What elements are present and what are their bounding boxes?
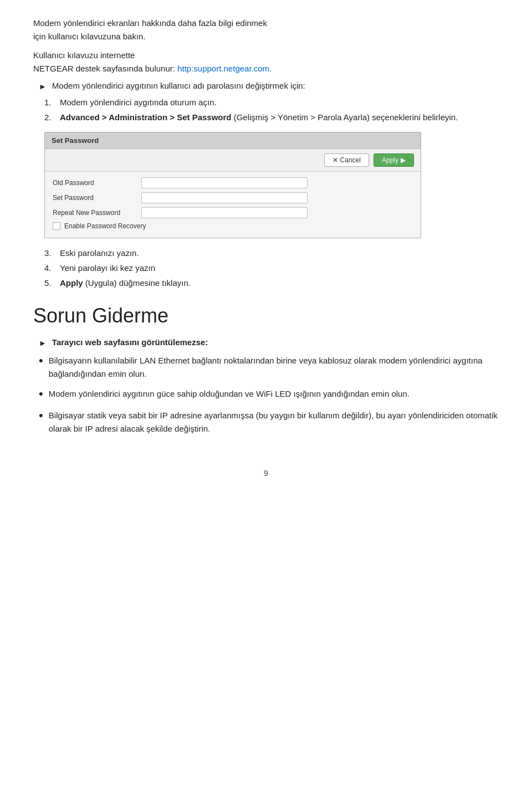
change-password-label: Modem yönlendirici aygıtının kullanıcı a… <box>52 81 305 90</box>
bullet-item-3: • Bilgisayar statik veya sabit bir IP ad… <box>39 409 499 436</box>
cancel-label: Cancel <box>340 156 361 164</box>
step-2-content: Advanced > Administration > Set Password… <box>60 112 458 122</box>
bullet-text-1: Bilgisayarın kullanılabilir LAN Ethernet… <box>49 354 499 381</box>
cancel-x-icon: ✕ <box>332 156 338 164</box>
intro-line2: için kullanıcı kılavuzuna bakın. <box>33 32 146 41</box>
troubleshoot-bullet-list: • Bilgisayarın kullanılabilir LAN Ethern… <box>39 354 499 436</box>
old-password-label: Old Password <box>53 179 141 187</box>
arrow-right-icon-2: ► <box>39 339 47 347</box>
page-number: 9 <box>33 469 499 478</box>
step-2-rest: (Gelişmiş > Yönetim > Parola Ayarla) seç… <box>232 112 458 122</box>
old-password-row: Old Password <box>53 177 413 188</box>
step-5-content: Apply (Uygula) düğmesine tıklayın. <box>60 278 191 288</box>
page-content: Modem yönlendirici ekranları hakkında da… <box>33 17 499 478</box>
bullet-item-1: • Bilgisayarın kullanılabilir LAN Ethern… <box>39 354 499 381</box>
apply-button[interactable]: Apply ▶ <box>374 153 414 167</box>
step-1-num: 1. <box>44 98 60 107</box>
arrow-right-icon: ► <box>39 82 47 91</box>
set-password-screenshot: Set Password ✕ Cancel Apply ▶ Old Passwo… <box>44 132 421 238</box>
step-5-rest: (Uygula) düğmesine tıklayın. <box>83 278 191 288</box>
set-password-row: Set Password <box>53 192 413 203</box>
browser-arrow-text: Tarayıcı web sayfasını görüntülemezse: <box>52 337 208 347</box>
enable-recovery-row: Enable Password Recovery <box>53 222 413 230</box>
arrow-item-change-password: ► Modem yönlendirici aygıtının kullanıcı… <box>39 81 499 91</box>
step-4: 4. Yeni parolayı iki kez yazın <box>44 263 499 273</box>
bullet-dot-1: • <box>39 353 43 369</box>
screenshot-toolbar: ✕ Cancel Apply ▶ <box>45 149 421 172</box>
step-1: 1. Modem yönlendirici aygıtında oturum a… <box>44 98 499 107</box>
bullet-text-2: Modem yönlendirici aygıtının güce sahip … <box>49 387 499 401</box>
step-3: 3. Eski parolanızı yazın. <box>44 248 499 258</box>
old-password-input[interactable] <box>141 177 308 188</box>
intro-line4: NETGEAR destek sayfasında bulunur: <box>33 64 177 73</box>
apply-label: Apply <box>382 156 398 164</box>
enable-recovery-label: Enable Password Recovery <box>64 222 146 230</box>
step-5: 5. Apply (Uygula) düğmesine tıklayın. <box>44 278 499 288</box>
cancel-button[interactable]: ✕ Cancel <box>324 153 369 167</box>
step-4-text: Yeni parolayı iki kez yazın <box>60 263 155 273</box>
netgear-link[interactable]: http:support.netgear.com. <box>177 64 272 73</box>
step-5-bold: Apply <box>60 278 83 288</box>
repeat-password-input[interactable] <box>141 207 308 218</box>
repeat-password-label: Repeat New Password <box>53 209 141 217</box>
bullet-item-2: • Modem yönlendirici aygıtının güce sahi… <box>39 387 499 402</box>
step-3-num: 3. <box>44 248 60 258</box>
password-form: Old Password Set Password Repeat New Pas… <box>45 172 421 238</box>
sorun-giderme-title: Sorun Giderme <box>33 304 499 327</box>
repeat-password-row: Repeat New Password <box>53 207 413 218</box>
step-2-bold: Advanced > Administration > Set Password <box>60 112 232 122</box>
intro-link-paragraph: Kullanıcı kılavuzu internette NETGEAR de… <box>33 49 499 75</box>
intro-line3: Kullanıcı kılavuzu internette <box>33 50 135 60</box>
bullet-text-3: Bilgisayar statik veya sabit bir IP adre… <box>49 409 499 436</box>
intro-paragraph: Modem yönlendirici ekranları hakkında da… <box>33 17 499 43</box>
arrow-item-browser: ► Tarayıcı web sayfasını görüntülemezse: <box>39 337 499 347</box>
numbered-steps: 1. Modem yönlendirici aygıtında oturum a… <box>44 98 499 288</box>
apply-arrow-icon: ▶ <box>401 156 406 164</box>
step-5-num: 5. <box>44 278 60 288</box>
step-3-text: Eski parolanızı yazın. <box>60 248 139 258</box>
step-2: 2. Advanced > Administration > Set Passw… <box>44 112 499 122</box>
set-password-label: Set Password <box>53 194 141 202</box>
enable-recovery-checkbox[interactable] <box>53 222 60 230</box>
screenshot-title: Set Password <box>45 132 421 149</box>
set-password-input[interactable] <box>141 192 308 203</box>
bullet-dot-3: • <box>39 408 43 424</box>
step-1-text: Modem yönlendirici aygıtında oturum açın… <box>60 98 217 107</box>
bullet-dot-2: • <box>39 386 43 402</box>
step-4-num: 4. <box>44 263 60 273</box>
intro-line1: Modem yönlendirici ekranları hakkında da… <box>33 18 267 28</box>
step-2-num: 2. <box>44 112 60 122</box>
